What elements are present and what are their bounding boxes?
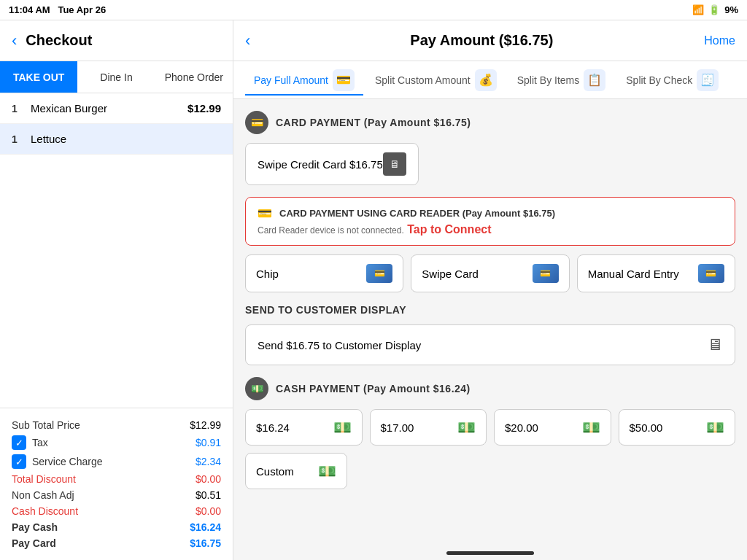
swipe-card-label: Swipe Card [422,268,479,280]
order-items-list: 1 Mexican Burger $12.99 1 Lettuce [0,93,233,408]
swipe-btn-label: Swipe Credit Card $16.75 [258,158,383,171]
payment-content: 💳 CARD PAYMENT (Pay Amount $16.75) Swipe… [233,99,747,545]
monitor-icon: 🖥 [707,335,723,354]
card-reader-section: 💳 CARD PAYMENT USING CARD READER (Pay Am… [245,197,735,292]
summary-cash-discount: Cash Discount $0.00 [12,503,221,519]
right-back-button[interactable]: ‹ [245,31,250,50]
manual-card-entry-button[interactable]: Manual Card Entry 💳 [577,254,735,292]
service-charge-value: $2.34 [196,456,221,467]
status-time-date: 11:04 AM Tue Apr 26 [9,4,106,15]
cash-icon-1: 💵 [333,419,352,436]
card-payment-title: CARD PAYMENT (Pay Amount $16.75) [276,117,471,128]
item-qty-1: 1 [12,103,23,114]
custom-cash-icon: 💵 [318,462,336,480]
cash-amount-1[interactable]: $16.24 💵 [245,409,363,446]
left-panel: ‹ Checkout TAKE OUT Dine In Phone Order … [0,20,233,560]
manual-card-label: Manual Card Entry [588,268,679,280]
cash-icon-4: 💵 [706,419,724,436]
order-tab-takeout[interactable]: TAKE OUT [0,61,77,93]
customer-display-header: SEND TO CUSTOMER DISPLAY [245,304,735,316]
card-reader-warning-box: 💳 CARD PAYMENT USING CARD READER (Pay Am… [245,197,735,246]
tab-pay-full-amount[interactable]: Pay Full Amount 💳 [245,65,363,96]
tab-split-custom[interactable]: Split Custom Amount 💰 [366,65,506,96]
tab-split-items[interactable]: Split By Items 📋 [508,65,615,96]
cash-icon-3: 💵 [582,419,600,436]
service-charge-checkbox-row: ✓ Service Charge [12,454,103,469]
card-payment-header: 💳 CARD PAYMENT (Pay Amount $16.75) [245,111,735,134]
card-reader-title: CARD PAYMENT USING CARD READER (Pay Amou… [279,208,555,219]
chip-card-icon: 💳 [366,264,392,283]
cash-amount-2[interactable]: $17.00 💵 [370,409,487,446]
order-tab-dinein[interactable]: Dine In [77,61,155,93]
cash-amount-4-label: $50.00 [630,421,663,434]
summary-tax: ✓ Tax $0.91 [12,433,221,452]
left-title: Checkout [26,32,92,49]
summary-non-cash-adj: Non Cash Adj $0.51 [12,487,221,503]
left-header: ‹ Checkout [0,20,233,61]
tax-checkbox[interactable]: ✓ [12,435,26,450]
tab-split-check-icon: 🧾 [697,69,719,91]
payment-tabs: Pay Full Amount 💳 Split Custom Amount 💰 … [233,61,747,99]
tab-split-items-label: Split By Items [517,74,580,86]
cash-amount-2-label: $17.00 [381,421,414,434]
order-tab-phoneorder[interactable]: Phone Order [155,61,233,93]
summary-pay-cash: Pay Cash $16.24 [12,519,221,535]
tax-value: $0.91 [196,437,221,448]
item-qty-2: 1 [12,133,23,145]
wifi-icon: 📶 [692,4,704,15]
battery-pct: 9% [724,4,738,15]
order-type-tabs: TAKE OUT Dine In Phone Order [0,61,233,93]
card-payment-section: 💳 CARD PAYMENT (Pay Amount $16.75) Swipe… [245,111,735,185]
home-indicator [233,545,747,560]
summary-total-discount: Total Discount $0.00 [12,471,221,487]
non-cash-adj-label: Non Cash Adj [12,489,74,501]
pay-cash-label: Pay Cash [12,521,58,533]
tab-split-check[interactable]: Split By Check 🧾 [617,65,727,96]
chip-label: Chip [256,268,279,280]
tap-to-connect-link[interactable]: Tap to Connect [407,223,491,236]
tab-split-check-label: Split By Check [626,74,692,86]
tax-checkbox-row: ✓ Tax [12,435,48,450]
cash-amount-4[interactable]: $50.00 💵 [619,409,736,446]
cash-amount-3[interactable]: $20.00 💵 [494,409,611,446]
card-reader-warning: Card Reader device is not connected. Tap… [258,223,723,236]
cash-payment-icon: 💵 [245,377,268,400]
subtotal-label: Sub Total Price [12,419,80,431]
pay-cash-value: $16.24 [190,521,221,533]
customer-display-section: SEND TO CUSTOMER DISPLAY Send $16.75 to … [245,304,735,365]
swipe-credit-card-button[interactable]: Swipe Credit Card $16.75 🖥 [245,143,419,185]
non-cash-adj-value: $0.51 [196,489,221,501]
status-time: 11:04 AM [9,4,50,15]
cash-discount-label: Cash Discount [12,505,78,517]
card-reader-box-header: 💳 CARD PAYMENT USING CARD READER (Pay Am… [258,206,723,220]
item-name-2: Lettuce [31,133,221,145]
cash-payment-title: CASH PAYMENT (Pay Amount $16.24) [276,383,471,394]
home-button[interactable]: Home [704,34,735,47]
swipe-card-icon: 💳 [533,264,559,283]
battery-icon: 🔋 [708,4,720,15]
right-panel-title: Pay Amount ($16.75) [259,32,704,49]
service-charge-checkbox[interactable]: ✓ [12,454,26,469]
service-charge-label: Service Charge [32,456,103,467]
send-to-display-button[interactable]: Send $16.75 to Customer Display 🖥 [245,324,735,365]
tab-split-custom-icon: 💰 [475,69,497,91]
custom-amount-button[interactable]: Custom 💵 [245,453,347,489]
cash-discount-value: $0.00 [196,505,221,517]
cash-amount-3-label: $20.00 [505,421,538,434]
order-item-2: 1 Lettuce [0,124,233,155]
item-name-1: Mexican Burger [31,102,187,114]
tax-label: Tax [32,437,48,448]
tab-full-label: Pay Full Amount [254,74,328,86]
order-summary: Sub Total Price $12.99 ✓ Tax $0.91 ✓ Ser… [0,408,233,560]
cash-amount-buttons: $16.24 💵 $17.00 💵 $20.00 💵 $50.00 💵 [245,409,735,446]
swipe-card-button[interactable]: Swipe Card 💳 [411,254,569,292]
cash-payment-header: 💵 CASH PAYMENT (Pay Amount $16.24) [245,377,735,400]
card-reader-warning-text: Card Reader device is not connected. [258,225,404,236]
custom-label: Custom [256,465,294,478]
summary-subtotal: Sub Total Price $12.99 [12,417,221,433]
left-back-button[interactable]: ‹ [12,31,17,50]
order-item-1: 1 Mexican Burger $12.99 [0,93,233,124]
chip-button[interactable]: Chip 💳 [245,254,403,292]
total-discount-label: Total Discount [12,473,76,485]
tab-full-icon: 💳 [333,69,355,91]
